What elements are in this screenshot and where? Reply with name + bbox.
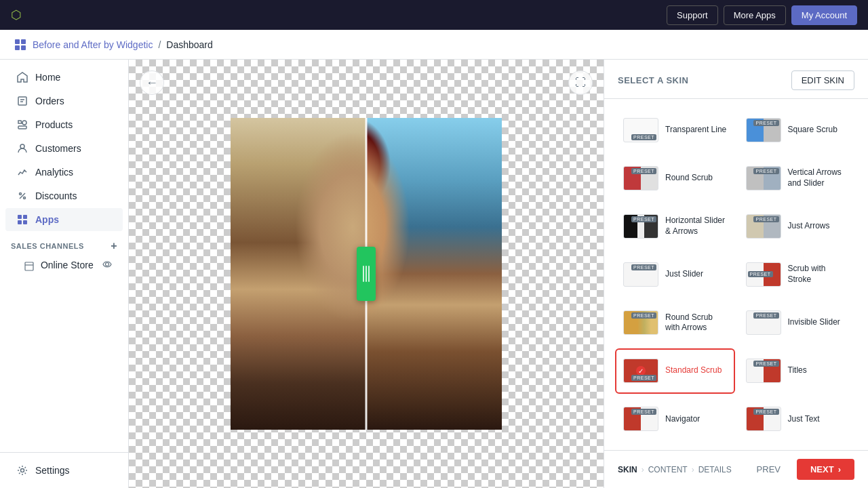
skin-item-just-text[interactable]: PRESET Just Text [738, 396, 858, 442]
step-sep-1: › [642, 465, 644, 474]
preset-badge: PRESET [631, 409, 656, 415]
svg-point-7 [20, 144, 24, 148]
skin-label-vertical-arrows: Vertical Arrows and Slider [788, 167, 850, 188]
sidebar-item-apps[interactable]: Apps [5, 208, 123, 231]
sidebar-item-orders[interactable]: Orders [5, 89, 123, 113]
skin-item-round-scrub-arrows[interactable]: PRESET Round Scrub with Arrows [615, 300, 735, 346]
shopify-logo: ⬡ [11, 7, 22, 22]
more-apps-button[interactable]: More Apps [724, 5, 786, 25]
skin-item-just-arrows[interactable]: PRESET Just Arrows [738, 203, 858, 249]
next-arrow-icon: › [838, 464, 841, 474]
skin-item-titles[interactable]: PRESET Titles [738, 348, 858, 394]
skin-panel: SELECT A SKIN EDIT SKIN PRESET Transpare… [604, 60, 868, 488]
next-label: NEXT [810, 464, 834, 474]
sidebar-item-customers[interactable]: Customers [5, 137, 123, 160]
svg-rect-12 [18, 220, 22, 224]
preset-badge: PRESET [748, 271, 773, 277]
ba-handle-lines [363, 266, 370, 282]
skin-panel-footer: SKIN › CONTENT › DETAILS PREV NEXT › [604, 450, 868, 488]
skin-item-invisible-slider[interactable]: PRESET Invisible Slider [738, 300, 858, 346]
breadcrumb-separator: / [158, 39, 161, 50]
online-store-visibility-icon[interactable] [102, 260, 112, 271]
online-store-label: Online Store [24, 260, 94, 270]
back-icon: ← [146, 76, 158, 90]
sidebar-item-apps-label: Apps [35, 214, 59, 225]
preview-area: ← ⛶ [129, 60, 604, 488]
support-button[interactable]: Support [667, 5, 718, 25]
skin-item-scrub-stroke[interactable]: PRESET Scrub with Stroke [738, 251, 858, 297]
skin-item-horizontal-slider[interactable]: PRESET Horizontal Slider & Arrows [615, 203, 735, 249]
settings-label: Settings [35, 465, 70, 476]
svg-rect-2 [15, 45, 20, 50]
skin-label-round-scrub-arrows: Round Scrub with Arrows [665, 312, 727, 333]
svg-rect-10 [18, 215, 22, 219]
step-skin: SKIN [618, 465, 637, 474]
products-icon [16, 119, 28, 131]
sidebar-item-discounts-label: Discounts [35, 190, 77, 201]
add-sales-channel-icon[interactable]: + [111, 240, 117, 252]
svg-rect-11 [23, 215, 27, 219]
sidebar-nav: Home Orders Products Customers [0, 60, 128, 452]
handle-line-2 [366, 266, 367, 282]
edit-skin-button[interactable]: EDIT SKIN [791, 70, 854, 90]
skin-panel-title: SELECT A SKIN [618, 75, 689, 85]
home-icon [16, 71, 28, 83]
skin-thumb-round-scrub-arrows: PRESET [623, 310, 658, 335]
svg-point-8 [20, 193, 22, 195]
layout: Home Orders Products Customers [0, 60, 868, 488]
sidebar-item-products[interactable]: Products [5, 113, 123, 136]
skin-item-transparent-line[interactable]: PRESET Transparent Line [615, 107, 735, 152]
skin-label-just-arrows: Just Arrows [788, 221, 830, 232]
sidebar-item-analytics[interactable]: Analytics [5, 161, 123, 184]
skin-thumb-standard-scrub: ✓ PRESET [623, 359, 658, 383]
after-image-inner [366, 118, 502, 430]
sidebar-item-orders-label: Orders [35, 96, 64, 106]
preset-badge: PRESET [753, 409, 778, 415]
skin-thumb-just-slider: PRESET [623, 262, 658, 287]
skin-label-just-text: Just Text [788, 414, 820, 425]
svg-rect-0 [15, 39, 20, 44]
next-button[interactable]: NEXT › [797, 459, 854, 480]
before-after-image [231, 118, 502, 430]
handle-line-3 [368, 266, 370, 282]
skin-label-horizontal-slider: Horizontal Slider & Arrows [665, 216, 727, 237]
wizard-steps: SKIN › CONTENT › DETAILS [618, 465, 732, 474]
skin-item-just-slider[interactable]: PRESET Just Slider [615, 251, 735, 297]
sidebar-footer: Settings [0, 452, 128, 488]
handle-line-1 [363, 266, 364, 282]
app-header: Before and After by Widgetic / Dashboard [0, 30, 868, 60]
svg-rect-4 [18, 97, 26, 105]
svg-rect-14 [25, 262, 33, 270]
fullscreen-button[interactable]: ⛶ [568, 70, 593, 95]
breadcrumb-app-link[interactable]: Before and After by Widgetic [33, 39, 153, 50]
skin-thumb-titles: PRESET [746, 359, 781, 383]
sidebar-item-products-label: Products [35, 119, 73, 130]
sidebar-item-settings[interactable]: Settings [5, 459, 123, 482]
preset-badge: PRESET [753, 361, 778, 367]
back-button[interactable]: ← [140, 70, 164, 95]
skin-label-scrub-stroke: Scrub with Stroke [788, 264, 850, 285]
app-icon [14, 38, 27, 52]
breadcrumb-current: Dashboard [166, 39, 213, 50]
sidebar-item-discounts[interactable]: Discounts [5, 184, 123, 207]
preset-badge: PRESET [753, 120, 778, 126]
skin-item-standard-scrub[interactable]: ✓ PRESET Standard Scrub [615, 348, 735, 394]
skin-item-round-scrub[interactable]: PRESET Round Scrub [615, 155, 735, 201]
sidebar-item-analytics-label: Analytics [35, 167, 73, 178]
prev-button[interactable]: PREV [746, 459, 791, 480]
sidebar-item-home-label: Home [35, 72, 60, 83]
skin-item-vertical-arrows-slider[interactable]: PRESET Vertical Arrows and Slider [738, 155, 858, 201]
ba-handle[interactable] [357, 247, 376, 301]
sidebar-item-home[interactable]: Home [5, 66, 123, 89]
after-image [366, 118, 502, 430]
main-content: ← ⛶ [129, 60, 868, 488]
skin-thumb-horizontal-slider: PRESET [623, 214, 658, 239]
apps-icon [16, 214, 28, 226]
skin-item-navigator[interactable]: PRESET Navigator [615, 396, 735, 442]
svg-point-15 [106, 263, 109, 266]
account-button[interactable]: My Account [791, 5, 857, 25]
svg-rect-6 [18, 126, 26, 129]
skin-panel-header: SELECT A SKIN EDIT SKIN [604, 60, 868, 99]
skin-item-square-scrub[interactable]: PRESET Square Scrub [738, 107, 858, 152]
sidebar-item-online-store[interactable]: Online Store [5, 256, 123, 275]
